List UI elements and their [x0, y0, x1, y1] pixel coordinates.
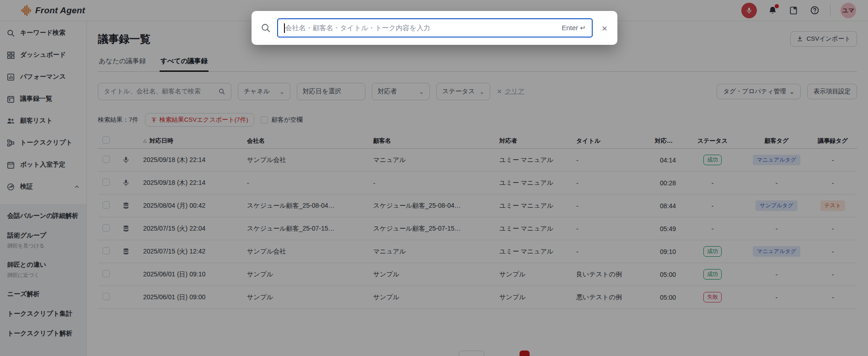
quick-search-placeholder: 会社名・顧客名・タイトル・トーク内容を入力 [285, 24, 562, 32]
modal-overlay[interactable] [0, 0, 868, 356]
modal-close-button[interactable]: × [600, 22, 609, 35]
quick-search-modal: 会社名・顧客名・タイトル・トーク内容を入力 Enter ↵ × [252, 11, 617, 45]
enter-hint: Enter ↵ [562, 24, 586, 32]
quick-search-input[interactable]: 会社名・顧客名・タイトル・トーク内容を入力 Enter ↵ [277, 18, 593, 38]
search-icon [261, 23, 271, 33]
text-caret [284, 23, 285, 33]
